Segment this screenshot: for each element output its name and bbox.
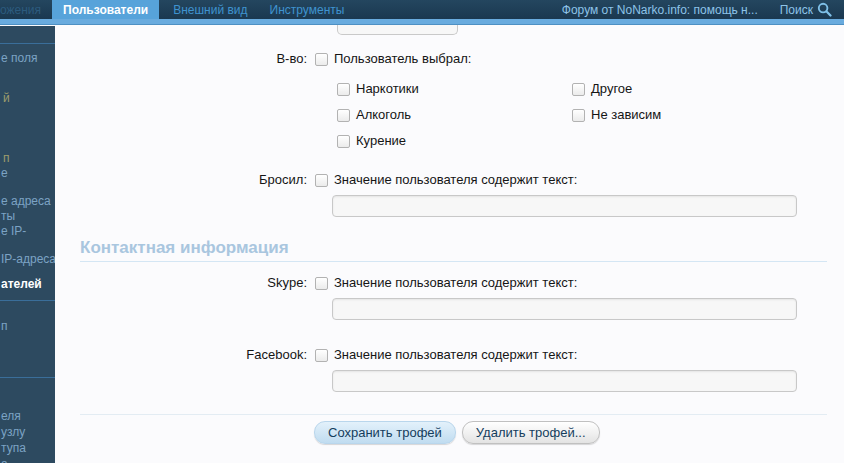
sidebar-item[interactable]: а [1, 458, 8, 463]
substance-checkbox[interactable] [315, 53, 328, 66]
sidebar-item[interactable]: е [1, 167, 8, 180]
option-alcohol[interactable]: Алкоголь [337, 108, 572, 122]
tab-tools[interactable]: Инструменты [259, 0, 356, 19]
sidebar-item[interactable]: узлу [1, 426, 25, 439]
option-drugs-checkbox[interactable] [337, 83, 350, 96]
option-label: Другое [591, 82, 632, 96]
sidebar-divider [0, 300, 55, 301]
substance-options: Наркотики Другое Алкоголь Не зависим [337, 82, 844, 148]
form-divider [80, 414, 827, 415]
search-link[interactable]: Поиск [780, 2, 832, 17]
sidebar-divider [0, 377, 55, 378]
cutoff-input-above[interactable] [337, 25, 458, 35]
option-label: Наркотики [356, 82, 419, 96]
quit-checkbox[interactable] [315, 174, 328, 187]
sidebar-item[interactable]: п [1, 320, 8, 333]
option-drugs[interactable]: Наркотики [337, 82, 572, 96]
option-not-addicted[interactable]: Не зависим [572, 108, 844, 122]
search-icon [817, 2, 832, 17]
facebook-row: Facebook: Значение пользователя содержит… [55, 348, 844, 392]
sidebar-item[interactable]: е поля [1, 52, 37, 65]
quit-checkbox-line[interactable]: Значение пользователя содержит текст: [315, 173, 844, 187]
option-smoking-checkbox[interactable] [337, 135, 350, 148]
tab-applications-cutoff[interactable]: ожения [0, 0, 49, 19]
option-not-addicted-checkbox[interactable] [572, 109, 585, 122]
quit-text-input[interactable] [332, 195, 797, 217]
sidebar-item[interactable]: й [3, 92, 10, 105]
facebook-label: Facebook: [55, 348, 315, 362]
skype-text-input[interactable] [332, 298, 797, 320]
quit-label: Бросил: [55, 173, 315, 187]
skype-row: Skype: Значение пользователя содержит те… [55, 276, 844, 320]
search-label: Поиск [780, 3, 813, 17]
forum-link[interactable]: Форум от NoNarko.info: помощь н... [562, 3, 758, 17]
substance-row: В-во: Пользователь выбрал: Наркотики Дру… [55, 52, 844, 148]
sidebar-item[interactable]: е IP- [1, 225, 26, 238]
trophy-edit-form: В-во: Пользователь выбрал: Наркотики Дру… [55, 25, 844, 463]
sidebar-item[interactable]: ты [1, 210, 15, 223]
sidebar-item[interactable]: IP-адреса [1, 253, 55, 266]
sidebar-divider [0, 43, 55, 44]
option-smoking[interactable]: Курение [337, 134, 572, 148]
form-buttons: Сохранить трофей Удалить трофей... [314, 421, 844, 444]
skype-checkbox-label: Значение пользователя содержит текст: [334, 276, 577, 290]
topbar-right: Форум от NoNarko.info: помощь н... Поиск [562, 0, 844, 19]
sidebar-item[interactable]: еля [1, 410, 21, 423]
substance-checkbox-line[interactable]: Пользователь выбрал: [315, 52, 844, 66]
option-other[interactable]: Другое [572, 82, 844, 96]
facebook-checkbox-line[interactable]: Значение пользователя содержит текст: [315, 348, 844, 362]
save-trophy-button[interactable]: Сохранить трофей [314, 421, 456, 444]
option-label: Не зависим [591, 108, 661, 122]
skype-label: Skype: [55, 276, 315, 290]
delete-trophy-button[interactable]: Удалить трофей... [462, 421, 600, 444]
substance-checkbox-label: Пользователь выбрал: [334, 52, 471, 66]
facebook-text-input[interactable] [332, 370, 797, 392]
sidebar-item[interactable]: п [3, 152, 10, 165]
quit-row: Бросил: Значение пользователя содержит т… [55, 173, 844, 217]
sidebar: е поля й п е е адреса ты е IP- IP-адреса… [0, 26, 55, 463]
option-label: Алкоголь [356, 108, 411, 122]
option-other-checkbox[interactable] [572, 83, 585, 96]
tab-appearance[interactable]: Внешний вид [162, 0, 258, 19]
substance-label: В-во: [55, 52, 315, 66]
option-alcohol-checkbox[interactable] [337, 109, 350, 122]
sidebar-item[interactable]: е адреса [1, 195, 51, 208]
skype-checkbox[interactable] [315, 277, 328, 290]
option-label: Курение [356, 134, 406, 148]
top-nav-bar: ожения Пользователи Внешний вид Инструме… [0, 0, 844, 19]
sidebar-item-current[interactable]: ателей [1, 278, 42, 291]
nav-tabs: ожения Пользователи Внешний вид Инструме… [0, 0, 355, 19]
quit-checkbox-label: Значение пользователя содержит текст: [334, 173, 577, 187]
tab-users[interactable]: Пользователи [52, 0, 159, 19]
facebook-checkbox-label: Значение пользователя содержит текст: [334, 348, 577, 362]
skype-checkbox-line[interactable]: Значение пользователя содержит текст: [315, 276, 844, 290]
facebook-checkbox[interactable] [315, 349, 328, 362]
contact-info-heading: Контактная информация [80, 239, 827, 262]
sidebar-item[interactable]: тупа [1, 442, 26, 455]
